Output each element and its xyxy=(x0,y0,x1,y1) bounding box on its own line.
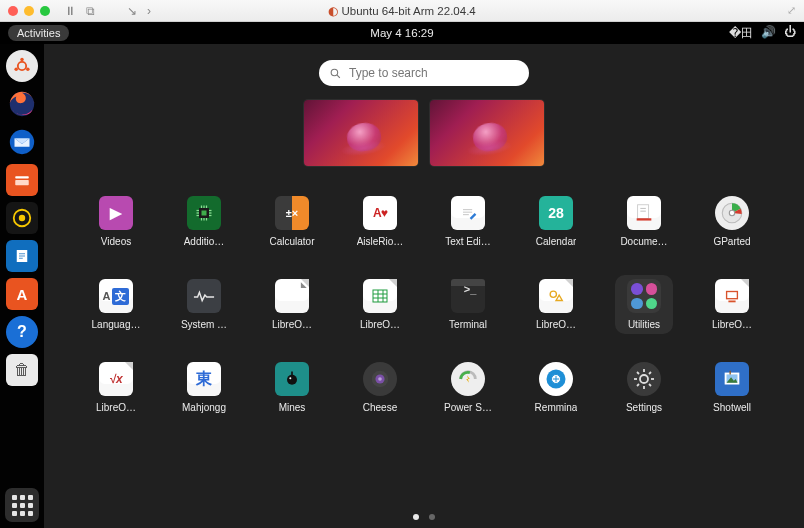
host-toolbar: ⏸ ⧉ ↘ › xyxy=(64,4,151,18)
app-row: A文Languag… System … ◣LibreO… LibreO… >_T… xyxy=(87,275,761,334)
app-calculator[interactable]: ±×Calculator xyxy=(263,192,321,251)
app-remmina[interactable]: Remmina xyxy=(527,358,585,417)
zoom-icon[interactable] xyxy=(40,6,50,16)
app-calendar[interactable]: 28Calendar xyxy=(527,192,585,251)
grid-icon xyxy=(12,495,33,516)
mine-icon xyxy=(282,369,302,389)
dock-item-help[interactable]: ? xyxy=(6,316,38,348)
calculator-icon: ±× xyxy=(286,207,298,219)
dock-item-writer[interactable] xyxy=(6,240,38,272)
libreoffice-icon: ◣ xyxy=(301,281,306,289)
calendar-icon: 28 xyxy=(548,205,564,221)
svg-point-48 xyxy=(287,375,297,385)
dock-item-thunderbird[interactable] xyxy=(6,126,38,158)
gear-icon xyxy=(632,367,656,391)
impress-icon xyxy=(723,287,741,305)
gnome-top-panel: Activities May 4 16:29 �田 🔊 ⏻ xyxy=(0,22,804,44)
clock[interactable]: May 4 16:29 xyxy=(0,27,804,39)
app-gparted[interactable]: GParted xyxy=(703,192,761,251)
svg-point-0 xyxy=(18,62,26,70)
pause-icon[interactable]: ⏸ xyxy=(64,4,76,18)
page-dot-2[interactable] xyxy=(429,514,435,520)
close-icon[interactable] xyxy=(8,6,18,16)
svg-point-14 xyxy=(331,69,338,76)
app-terminal[interactable]: >_Terminal xyxy=(439,275,497,334)
app-libreoffice-calc[interactable]: LibreO… xyxy=(351,275,409,334)
app-system-monitor[interactable]: System … xyxy=(175,275,233,334)
language-cjk-icon: 文 xyxy=(112,288,129,305)
workspace-2[interactable] xyxy=(430,100,544,166)
svg-point-44 xyxy=(550,291,556,297)
svg-point-38 xyxy=(729,210,734,215)
app-cheese[interactable]: Cheese xyxy=(351,358,409,417)
app-power-statistics[interactable]: Power S… xyxy=(439,358,497,417)
snapshot-icon[interactable]: ⧉ xyxy=(86,4,95,18)
minimize-icon[interactable] xyxy=(24,6,34,16)
app-additional-drivers[interactable]: Additio… xyxy=(175,192,233,251)
app-aisleriot[interactable]: A♥AisleRio… xyxy=(351,192,409,251)
svg-rect-46 xyxy=(727,292,738,299)
app-libreoffice-draw[interactable]: LibreO… xyxy=(527,275,585,334)
dock-item-files[interactable] xyxy=(6,164,38,196)
configure-icon[interactable]: ↘ xyxy=(127,4,137,18)
window-controls xyxy=(8,6,50,16)
photo-icon xyxy=(721,368,743,390)
app-document-scanner[interactable]: Docume… xyxy=(615,192,673,251)
language-a-icon: A xyxy=(103,290,111,302)
app-language-support[interactable]: A文Languag… xyxy=(87,275,145,334)
dock-item-accessibility[interactable] xyxy=(6,50,38,82)
app-libreoffice-start[interactable]: ◣LibreO… xyxy=(263,275,321,334)
app-text-editor[interactable]: Text Edi… xyxy=(439,192,497,251)
app-videos[interactable]: ▶Videos xyxy=(87,192,145,251)
workspace-switcher xyxy=(304,100,544,166)
disk-icon xyxy=(719,200,745,226)
files-icon xyxy=(13,171,31,189)
dock-item-trash[interactable]: 🗑 xyxy=(6,354,38,386)
app-grid: ▶Videos Additio… ±×Calculator A♥AisleRio… xyxy=(87,192,761,417)
search-placeholder: Type to search xyxy=(349,66,428,80)
svg-marker-54 xyxy=(466,375,470,382)
document-icon xyxy=(13,247,31,265)
svg-line-63 xyxy=(637,372,639,374)
spreadsheet-icon xyxy=(370,286,390,306)
dock-item-firefox[interactable] xyxy=(6,88,38,120)
cards-icon: A♥ xyxy=(373,206,387,220)
scanner-icon xyxy=(633,202,655,224)
workspace-1[interactable] xyxy=(304,100,418,166)
svg-line-64 xyxy=(649,384,651,386)
app-libreoffice-impress[interactable]: LibreO… xyxy=(703,275,761,334)
ubuntu-desktop: Activities May 4 16:29 �田 🔊 ⏻ A ? xyxy=(0,22,804,528)
mahjongg-tile-icon: 東 xyxy=(196,369,212,390)
app-mines[interactable]: Mines xyxy=(263,358,321,417)
next-icon[interactable]: › xyxy=(147,4,151,18)
pulse-icon xyxy=(193,289,215,303)
svg-line-66 xyxy=(649,372,651,374)
app-libreoffice-math[interactable]: √xLibreO… xyxy=(87,358,145,417)
webcam-icon xyxy=(369,368,391,390)
app-folder-utilities[interactable]: Utilities xyxy=(615,275,673,334)
svg-rect-39 xyxy=(373,290,387,302)
shopping-bag-icon: A xyxy=(17,286,28,303)
svg-point-58 xyxy=(640,375,648,383)
app-shotwell[interactable]: Shotwell xyxy=(703,358,761,417)
page-dot-1[interactable] xyxy=(413,514,419,520)
activities-overview: Type to search ▶Videos Additio… ±×Calcul… xyxy=(44,44,804,528)
app-mahjongg[interactable]: 東Mahjongg xyxy=(175,358,233,417)
svg-line-65 xyxy=(637,384,639,386)
draw-icon xyxy=(547,287,565,305)
chip-icon xyxy=(194,203,214,223)
svg-point-3 xyxy=(14,68,17,71)
svg-point-2 xyxy=(26,68,30,71)
show-applications-button[interactable] xyxy=(5,488,39,522)
speaker-icon xyxy=(11,207,33,229)
ubuntu-logo-icon xyxy=(12,56,32,76)
pencil-icon xyxy=(458,203,478,223)
thunderbird-icon xyxy=(7,127,37,157)
app-settings[interactable]: Settings xyxy=(615,358,673,417)
svg-rect-6 xyxy=(15,176,29,178)
page-indicator[interactable] xyxy=(413,514,435,520)
expand-icon[interactable]: ⤢ xyxy=(787,4,796,17)
dock-item-software[interactable]: A xyxy=(6,278,38,310)
search-input[interactable]: Type to search xyxy=(319,60,529,86)
dock-item-rhythmbox[interactable] xyxy=(6,202,38,234)
